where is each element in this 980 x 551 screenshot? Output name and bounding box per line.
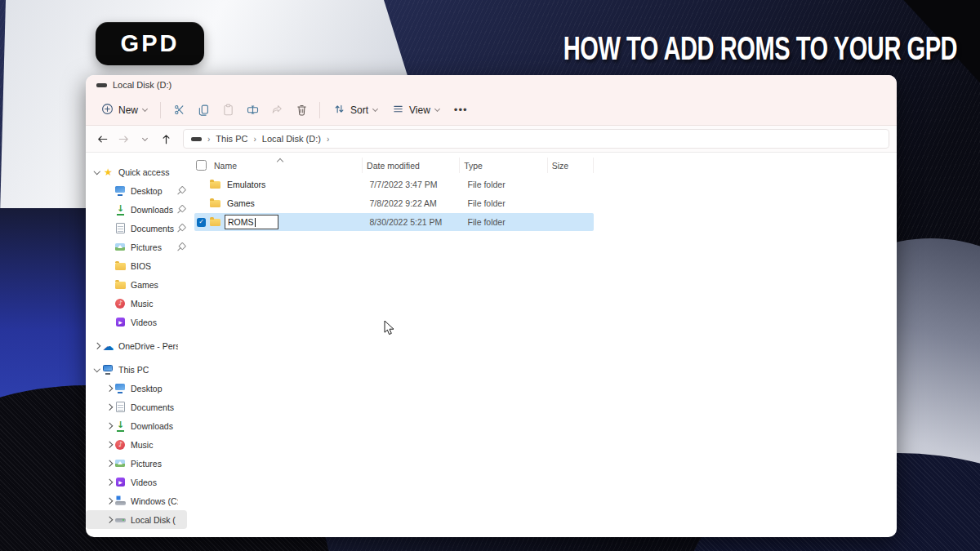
sidebar-item[interactable]: BIOS [86, 256, 189, 275]
toolbar: New Sort View ••• [86, 95, 897, 126]
share-button[interactable] [265, 99, 289, 122]
drive-icon [191, 137, 202, 141]
name-column-label: Name [214, 161, 237, 171]
chevron-icon[interactable] [106, 404, 113, 411]
star-icon [102, 167, 114, 178]
sidebar-item-label: Music [131, 299, 178, 309]
text-caret [255, 218, 256, 227]
sort-button-label: Sort [350, 104, 368, 116]
sidebar-item[interactable]: Quick access [86, 162, 189, 181]
chevron-down-icon [434, 106, 440, 112]
name-column-header[interactable]: Name [194, 158, 362, 173]
sidebar-item-label: Documents [131, 402, 178, 412]
breadcrumb-this-pc[interactable]: This PC [216, 134, 247, 144]
sidebar-item-label: Pictures [131, 459, 178, 469]
sidebar-item-label: Downloads [131, 205, 178, 215]
folder-icon [209, 198, 221, 209]
chevron-icon[interactable] [106, 498, 113, 504]
chevron-down-icon [372, 106, 378, 112]
chevron-icon[interactable] [106, 423, 113, 429]
sidebar-item[interactable]: Desktop [86, 379, 189, 398]
rename-input[interactable]: ROMS [225, 215, 278, 229]
paste-button[interactable] [216, 99, 240, 122]
select-all-checkbox[interactable] [196, 160, 207, 171]
new-button[interactable]: New [94, 99, 154, 121]
sidebar-item[interactable]: Desktop [86, 181, 189, 200]
chevron-icon[interactable] [106, 460, 113, 467]
view-button[interactable]: View [385, 99, 447, 121]
file-name: Emulators [227, 180, 265, 189]
folder-icon [209, 179, 221, 190]
sidebar-item-label: OneDrive - Personal [118, 341, 178, 351]
chevron-icon[interactable] [94, 366, 100, 372]
row-checkbox[interactable]: ✓ [197, 218, 206, 227]
download-icon [114, 204, 127, 216]
type-column-header[interactable]: Type [459, 158, 547, 173]
sidebar-item[interactable]: Documents [86, 398, 189, 416]
sidebar-item[interactable]: This PC [86, 360, 189, 379]
sidebar-item[interactable]: Downloads [86, 416, 189, 435]
rename-button[interactable] [240, 99, 265, 122]
sidebar-item-label: Videos [131, 318, 178, 327]
pictures-icon [114, 458, 127, 469]
toolbar-divider [319, 102, 320, 118]
recent-locations-button[interactable] [136, 130, 154, 148]
folder-icon [209, 216, 221, 228]
sidebar-item[interactable]: Videos [86, 473, 189, 491]
breadcrumb-local-disk-d[interactable]: Local Disk (D:) [262, 134, 321, 144]
window-titlebar[interactable]: Local Disk (D:) [86, 75, 897, 95]
date-column-header[interactable]: Date modified [362, 158, 459, 173]
sidebar-item[interactable]: OneDrive - Personal [86, 336, 189, 355]
sidebar-item-label: Pictures [131, 242, 178, 252]
chevron-icon[interactable] [94, 168, 100, 175]
delete-button[interactable] [289, 99, 314, 122]
forward-icon [118, 133, 130, 145]
banner-title: HOW TO ADD ROMS TO YOUR GPD [564, 29, 957, 67]
thumbnail-canvas: GPD HOW TO ADD ROMS TO YOUR GPD Local Di… [0, 0, 980, 551]
sidebar-item-label: Desktop [131, 384, 178, 393]
sidebar-item[interactable]: Videos [86, 313, 189, 331]
sort-icon [333, 103, 345, 117]
sidebar-item[interactable]: Documents [86, 219, 189, 238]
file-explorer-window: Local Disk (D:) New Sort View [86, 75, 897, 537]
recent-locations-icon [141, 135, 147, 140]
music-icon [114, 439, 127, 451]
sidebar-item[interactable]: Windows (C:) [86, 491, 189, 510]
sidebar-item[interactable]: Games [86, 275, 189, 294]
sidebar-item-label: Downloads [131, 421, 178, 431]
paste-icon [222, 104, 234, 116]
cut-button[interactable] [167, 99, 191, 122]
up-button[interactable] [157, 130, 175, 148]
see-more-button[interactable]: ••• [447, 100, 475, 120]
sidebar-item[interactable]: Local Disk (D:) [86, 510, 187, 529]
breadcrumb-separator: › [253, 134, 256, 144]
back-button[interactable] [93, 130, 111, 148]
breadcrumb-separator: › [207, 134, 210, 144]
size-column-header[interactable]: Size [547, 158, 594, 173]
sidebar-item[interactable]: Pictures [86, 238, 189, 256]
chevron-down-icon [142, 106, 148, 112]
chevron-icon[interactable] [106, 517, 113, 523]
file-name-cell: ✓ Emulators [194, 179, 366, 190]
sidebar-item[interactable]: Downloads [86, 200, 189, 219]
chevron-icon[interactable] [94, 343, 100, 349]
chevron-icon[interactable] [106, 442, 113, 448]
file-row[interactable]: ✓ Emulators 7/7/2022 3:47 PM File folder [194, 176, 594, 193]
sidebar-item[interactable]: Music [86, 294, 189, 313]
breadcrumb[interactable]: › This PC › Local Disk (D:) › [183, 129, 889, 149]
cloud-icon [102, 340, 114, 352]
file-name-cell: ✓ ROMS [194, 215, 366, 229]
sidebar-item[interactable]: Music [86, 435, 189, 454]
file-row[interactable]: ✓ Games 7/8/2022 9:22 AM File folder [194, 194, 594, 212]
chevron-icon[interactable] [106, 385, 113, 392]
download-icon [114, 420, 127, 432]
forward-button[interactable] [114, 130, 132, 148]
file-name: Games [227, 198, 255, 208]
column-headers: Name Date modified Type Size [194, 158, 594, 173]
chevron-icon[interactable] [106, 479, 113, 486]
file-row[interactable]: ✓ ROMS 8/30/2022 5:21 PM File folder [194, 213, 594, 231]
sort-button[interactable]: Sort [326, 99, 385, 121]
sidebar-item[interactable]: Pictures [86, 454, 189, 473]
share-icon [271, 104, 283, 116]
copy-button[interactable] [191, 99, 216, 122]
